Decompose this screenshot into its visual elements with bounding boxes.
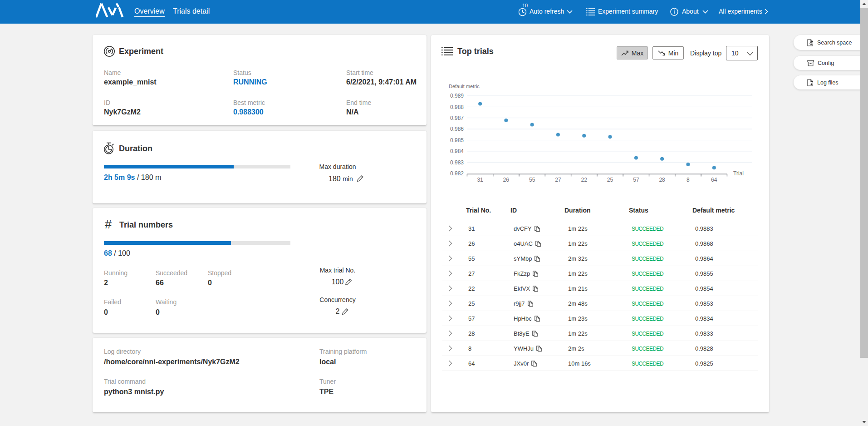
svg-text:0.988: 0.988 (450, 104, 464, 110)
svg-text:Trial: Trial (733, 170, 744, 177)
svg-text:0.989: 0.989 (450, 93, 464, 99)
svg-text:0.984: 0.984 (450, 148, 464, 154)
svg-text:28: 28 (659, 177, 665, 183)
svg-text:25: 25 (607, 177, 613, 183)
svg-text:57: 57 (633, 177, 639, 183)
svg-text:0.986: 0.986 (450, 126, 464, 132)
svg-text:31: 31 (477, 177, 483, 183)
svg-text:0.982: 0.982 (450, 170, 464, 177)
svg-text:0.985: 0.985 (450, 137, 464, 144)
svg-text:22: 22 (581, 177, 588, 183)
svg-text:8: 8 (687, 177, 690, 183)
svg-text:64: 64 (711, 177, 717, 183)
svg-text:27: 27 (555, 177, 561, 183)
svg-text:0.983: 0.983 (450, 159, 464, 166)
svg-text:0.987: 0.987 (450, 115, 464, 121)
svg-text:55: 55 (529, 177, 535, 183)
svg-text:26: 26 (503, 177, 510, 183)
